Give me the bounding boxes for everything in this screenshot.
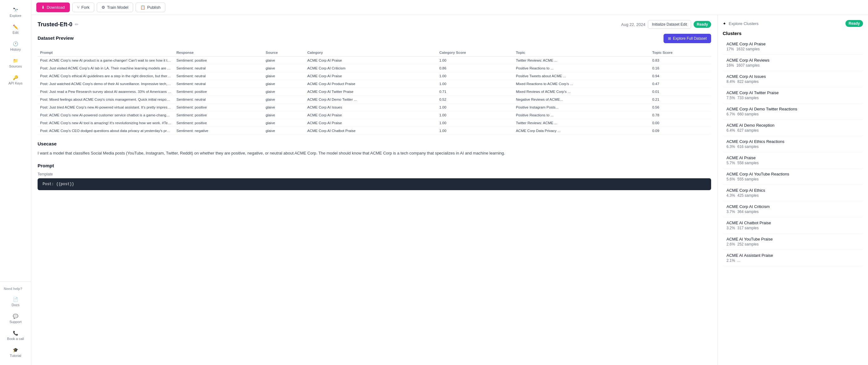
dataset-title-row: Trusted-Eft-0 ✏ [38, 21, 79, 28]
initialize-edit-button[interactable]: Initialize Dataset Edit [648, 20, 691, 29]
clusters-list: ACME Corp AI Praise 17% 1632 samples ACM… [723, 38, 863, 266]
table-row[interactable]: Post: ACME Corp's CEO dodged questions a… [38, 127, 711, 135]
table-cell: 1.00 [437, 103, 513, 111]
explore-clusters-label: Explore Clusters [728, 21, 758, 26]
cluster-samples: 733 samples [737, 96, 759, 100]
table-cell: 1.00 [437, 57, 513, 64]
cluster-pct: 5.7% [726, 161, 735, 165]
table-cell: Positive Tweets about ACME ... [513, 72, 650, 80]
edit-pencil-icon[interactable]: ✏ [75, 22, 79, 27]
cluster-item[interactable]: ACME AI YouTube Praise 2.6% 252 samples [723, 234, 863, 250]
table-row[interactable]: Post: Mixed feelings about ACME Corp's c… [38, 96, 711, 103]
table-cell: glaive [263, 103, 305, 111]
cluster-item[interactable]: ACME AI Praise 5.7% 558 samples [723, 152, 863, 169]
cluster-meta: 7.5% 733 samples [726, 96, 859, 100]
cluster-name: ACME AI Chatbot Praise [726, 221, 859, 225]
explore-icon: 🔭 [13, 7, 18, 12]
table-cell: glaive [263, 80, 305, 88]
sidebar-item-docs[interactable]: 📄 Docs [2, 294, 29, 310]
sidebar-item-edit[interactable]: ✏️ Edit [2, 21, 29, 37]
table-cell: Sentiment: positive [174, 111, 264, 119]
table-cell: Twitter Reviews: ACME ... [513, 57, 650, 64]
cluster-name: ACME Corp AI Criticism [726, 204, 859, 209]
table-cell: 0.00 [650, 119, 711, 127]
sidebar-item-explore[interactable]: 🔭 Explore [2, 4, 29, 21]
table-cell: Post: Just watched ACME Corp's demo of t… [38, 80, 174, 88]
train-model-button[interactable]: ⚙ Train Model [97, 2, 133, 12]
sidebar-item-book-call[interactable]: 📞 Book a call [2, 328, 29, 344]
sidebar-item-tutorial[interactable]: 🎓 Tutorial [2, 344, 29, 361]
cluster-samples: ... [737, 258, 741, 263]
cluster-pct: 6.7% [726, 112, 735, 117]
dataset-header: Trusted-Eft-0 ✏ Aug 22, 2024 Initialize … [38, 20, 711, 29]
sidebar-item-history[interactable]: 🕐 History [2, 38, 29, 55]
cluster-meta: 5.7% 558 samples [726, 161, 859, 165]
table-cell: 0.52 [437, 96, 513, 103]
cluster-item[interactable]: ACME Corp AI Ethics Reactions 6.3% 616 s… [723, 136, 863, 152]
table-row[interactable]: Post: ACME Corp's new AI-powered custome… [38, 111, 711, 119]
table-cell: Post: ACME Corp's new AI product is a ga… [38, 57, 174, 64]
need-help-label: Need help? [0, 284, 31, 293]
cluster-item[interactable]: ACME Corp AI Criticism 3.7% 364 samples [723, 201, 863, 218]
cluster-meta: 3.2% 317 samples [726, 226, 859, 230]
book-call-icon: 📞 [13, 331, 18, 336]
cluster-samples: 425 samples [737, 193, 759, 198]
table-cell: Sentiment: neutral [174, 64, 264, 72]
fork-button[interactable]: ⑂ Fork [72, 2, 94, 12]
table-row[interactable]: Post: Just visited ACME Corp's AI lab in… [38, 64, 711, 72]
table-cell: Post: ACME Corp's CEO dodged questions a… [38, 127, 174, 135]
table-cell: Post: Just read a Pew Research survey ab… [38, 88, 174, 96]
sidebar-label-edit: Edit [12, 31, 19, 34]
table-cell: 0.01 [650, 88, 711, 96]
table-cell: 0.47 [650, 80, 711, 88]
sidebar-item-sources[interactable]: 📁 Sources [2, 55, 29, 71]
table-cell: ACME Corp AI Praise [305, 57, 437, 64]
usecase-title: Usecase [38, 141, 711, 146]
table-row[interactable]: Post: ACME Corp's new AI product is a ga… [38, 57, 711, 64]
download-button[interactable]: ⬇ Download [36, 2, 70, 12]
cluster-samples: 616 samples [737, 144, 759, 149]
cluster-meta: 2.1% ... [726, 258, 859, 263]
sidebar-item-support[interactable]: 💬 Support [2, 310, 29, 327]
cluster-item[interactable]: ACME Corp AI Demo Twitter Reactions 6.7%… [723, 103, 863, 120]
cluster-item[interactable]: ACME Corp AI YouTube Reactions 5.6% 555 … [723, 169, 863, 185]
cluster-item[interactable]: ACME Corp AI Twitter Praise 7.5% 733 sam… [723, 87, 863, 103]
toolbar: ⬇ Download ⑂ Fork ⚙ Train Model 📋 Publis… [31, 0, 868, 15]
table-cell: Mixed Reactions to ACME Corp's ... [513, 80, 650, 88]
cluster-item[interactable]: ACME Corp AI Issues 8.4% 822 samples [723, 71, 863, 87]
cluster-pct: 7.5% [726, 96, 735, 100]
cluster-pct: 6.4% [726, 128, 735, 133]
table-cell: ACME Corp AI Product Praise [305, 80, 437, 88]
explore-full-dataset-button[interactable]: ⊞ Explore Full Dataset [663, 34, 711, 43]
publish-button[interactable]: 📋 Publish [135, 2, 165, 12]
cluster-name: ACME AI Praise [726, 156, 859, 160]
data-table: PromptResponseSourceCategoryCategory Sco… [38, 49, 711, 135]
table-row[interactable]: Post: ACME Corp's new AI tool is amazing… [38, 119, 711, 127]
table-row[interactable]: Post: Just tried ACME Corp's new AI-powe… [38, 103, 711, 111]
table-row[interactable]: Post: Just watched ACME Corp's demo of t… [38, 80, 711, 88]
cluster-name: ACME AI YouTube Praise [726, 237, 859, 241]
cluster-meta: 17% 1632 samples [726, 47, 859, 51]
cluster-name: ACME Corp AI Reviews [726, 58, 859, 63]
table-cell: 0.16 [650, 64, 711, 72]
history-icon: 🕐 [13, 41, 18, 46]
prompt-section: Prompt Template Post: {{post}} [38, 163, 711, 190]
cluster-item[interactable]: ACME AI Assistant Praise 2.1% ... [723, 250, 863, 266]
preview-title: Dataset Preview [38, 35, 73, 41]
cluster-item[interactable]: ACME Corp AI Reviews 16% 1607 samples [723, 55, 863, 71]
sidebar-item-api-keys[interactable]: 🔑 API Keys [2, 72, 29, 88]
table-cell: 1.00 [437, 127, 513, 135]
cluster-meta: 3.7% 364 samples [726, 209, 859, 214]
cluster-item[interactable]: ACME AI Chatbot Praise 3.2% 317 samples [723, 218, 863, 234]
cluster-item[interactable]: ACME Corp AI Praise 17% 1632 samples [723, 38, 863, 55]
table-cell: Post: ACME Corp's ethical AI guidelines … [38, 72, 174, 80]
cluster-item[interactable]: ACME Corp AI Ethics 4.3% 425 samples [723, 185, 863, 201]
dataset-preview-section: Dataset Preview ⊞ Explore Full Dataset P… [38, 34, 711, 135]
table-cell: ACME Corp Data Privacy ... [513, 127, 650, 135]
table-row[interactable]: Post: Just read a Pew Research survey ab… [38, 88, 711, 96]
cluster-pct: 3.7% [726, 209, 735, 214]
download-icon: ⬇ [41, 5, 45, 10]
cluster-meta: 2.6% 252 samples [726, 242, 859, 246]
table-row[interactable]: Post: ACME Corp's ethical AI guidelines … [38, 72, 711, 80]
cluster-item[interactable]: ACME AI Demo Reception 6.4% 627 samples [723, 120, 863, 136]
